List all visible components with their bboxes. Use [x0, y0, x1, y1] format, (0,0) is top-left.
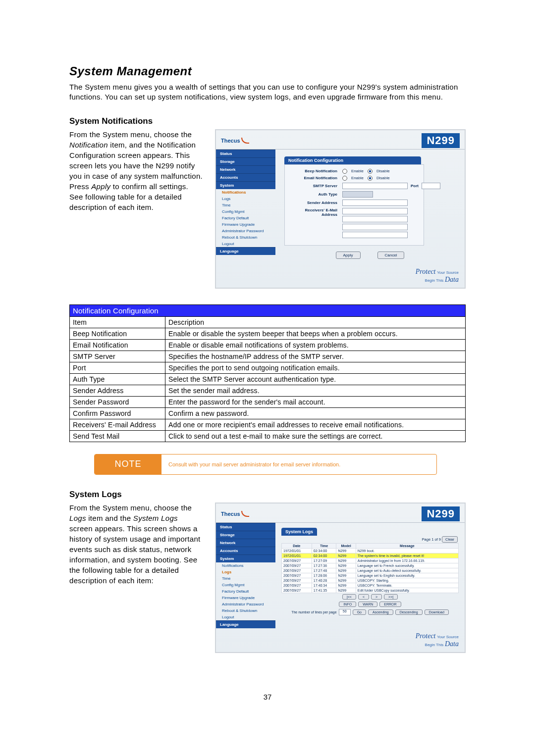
table-row: Auth TypeSelect the SMTP Server account … — [70, 373, 466, 385]
label-receivers: Receivers' E-Mail Address — [290, 208, 339, 217]
sidebar-item-factory-default[interactable]: Factory Default — [216, 588, 275, 595]
label-sender: Sender Address — [290, 201, 339, 205]
sidebar-item-admin-password[interactable]: Administrator Password — [216, 601, 275, 607]
sidebar-item-notifications[interactable]: Notifications — [216, 189, 275, 196]
sidebar-item-notifications[interactable]: Notifications — [216, 562, 275, 569]
filter-info-button[interactable]: INFO — [339, 602, 356, 607]
section-heading-notifications: System Notifications — [69, 116, 466, 126]
sidebar-head-language[interactable]: Language — [216, 620, 275, 628]
descending-button[interactable]: Descending — [395, 609, 423, 615]
model-badge: N299 — [422, 133, 460, 148]
sidebar-head-system[interactable]: System — [216, 181, 275, 189]
sidebar-item-config-mgmt[interactable]: Config Mgmt — [216, 582, 275, 588]
label-auth: Auth Type — [290, 192, 339, 197]
footer-slogan: Protect Your Source Begin This Data — [216, 264, 465, 288]
receiver-input-1[interactable] — [342, 208, 408, 214]
sidebar-item-time[interactable]: Time — [216, 575, 275, 582]
sidebar-item-firmware-upgrade[interactable]: Firmware Upgrade — [216, 595, 275, 601]
next-page-button[interactable]: > — [371, 594, 382, 600]
intro-paragraph: The System menu gives you a wealth of se… — [69, 82, 466, 102]
table-row: PortSpecifies the port to send outgoing … — [70, 362, 466, 373]
table-row: Send Test MailClick to send out a test e… — [70, 430, 466, 442]
notifications-paragraph: From the System menu, choose the Notific… — [69, 129, 203, 212]
logo-swoosh-icon — [241, 138, 249, 144]
brand-logo: Thecus — [221, 138, 249, 144]
note-box: NOTE Consult with your mail server admin… — [94, 454, 437, 475]
sidebar-head-network[interactable]: Network — [216, 165, 275, 173]
prev-page-button[interactable]: < — [358, 594, 369, 600]
th-model: Model — [336, 543, 356, 548]
sidebar-item-logout[interactable]: Logout — [216, 614, 275, 620]
table-row: SMTP ServerSpecifies the hostname/IP add… — [70, 351, 466, 362]
sidebar-item-logout[interactable]: Logout — [216, 241, 275, 247]
filter-warn-button[interactable]: WARN — [358, 602, 377, 607]
log-row: 2007/09/2717:27:36N299Language set to Fr… — [282, 563, 459, 568]
log-row: 2007/09/2717:28:06N299Language set to En… — [282, 573, 459, 578]
smtp-input[interactable] — [342, 183, 408, 189]
th-time: Time — [312, 543, 336, 548]
sidebar-item-admin-password[interactable]: Administrator Password — [216, 228, 275, 234]
receiver-input-4[interactable] — [342, 232, 408, 238]
sidebar-item-reboot-shutdown[interactable]: Reboot & Shutdown — [216, 607, 275, 614]
table-row: Email NotificationEnable or disable emai… — [70, 339, 466, 351]
logs-panel-title: System Logs — [281, 528, 317, 536]
radio-beep-disable[interactable] — [368, 169, 373, 174]
page-number: 37 — [69, 693, 466, 701]
sidebar-head-storage[interactable]: Storage — [216, 531, 275, 539]
sidebar-head-accounts[interactable]: Accounts — [216, 173, 275, 181]
sidebar-head-accounts[interactable]: Accounts — [216, 547, 275, 554]
lines-per-page-input[interactable]: 50 — [339, 609, 351, 615]
radio-email-disable[interactable] — [368, 176, 373, 181]
log-row: 2007/09/2717:27:09N299Administrator logg… — [282, 558, 459, 563]
sidebar-head-language[interactable]: Language — [216, 247, 275, 255]
sender-input[interactable] — [342, 200, 408, 206]
table-row: Beep NotificationEnable or disable the s… — [70, 328, 466, 339]
sidebar-item-factory-default[interactable]: Factory Default — [216, 215, 275, 221]
first-page-button[interactable]: |<< — [342, 594, 356, 600]
port-input[interactable] — [422, 183, 440, 189]
footer-slogan: Protect Your Source Begin This Data — [216, 628, 465, 652]
ascending-button[interactable]: Ascending — [368, 609, 393, 615]
th-desc: Description — [165, 316, 466, 328]
filter-error-button[interactable]: ERROR — [379, 602, 401, 607]
sidebar-item-logs[interactable]: Logs — [216, 569, 275, 575]
sidebar-item-config-mgmt[interactable]: Config Mgmt — [216, 208, 275, 215]
section-heading-logs: System Logs — [69, 490, 466, 500]
go-button[interactable]: Go — [353, 609, 366, 615]
logs-table: Date Time Model Message 1972/01/0102:34:… — [281, 543, 459, 593]
sidebar-head-network[interactable]: Network — [216, 539, 275, 547]
sidebar-head-status[interactable]: Status — [216, 523, 275, 531]
sidebar-head-system[interactable]: System — [216, 554, 275, 562]
apply-button[interactable]: Apply — [336, 252, 361, 259]
receiver-input-3[interactable] — [342, 224, 408, 230]
table-row: Sender PasswordEnter the password for th… — [70, 396, 466, 407]
label-email: Email Notification — [290, 176, 339, 180]
receiver-input-2[interactable] — [342, 216, 408, 222]
logo-swoosh-icon — [241, 511, 249, 517]
sidebar-item-reboot-shutdown[interactable]: Reboot & Shutdown — [216, 234, 275, 241]
table-row: Confirm PasswordConfirm a new password. — [70, 407, 466, 419]
log-row: 2007/09/2717:40:34N299USBCOPY: Terminate… — [282, 583, 459, 588]
sidebar-head-storage[interactable]: Storage — [216, 157, 275, 165]
log-row: 2007/09/2717:41:35N299Edit folder USBCop… — [282, 588, 459, 593]
sidebar-item-time[interactable]: Time — [216, 202, 275, 208]
sidebar: Status Storage Network Accounts System N… — [216, 150, 275, 264]
label-port: Port — [411, 184, 419, 188]
auth-select[interactable] — [342, 191, 373, 198]
model-badge: N299 — [422, 506, 460, 521]
radio-beep-enable[interactable] — [342, 169, 347, 174]
log-row: 2007/09/2717:27:48N299Language set to Au… — [282, 568, 459, 573]
last-page-button[interactable]: >>| — [384, 594, 398, 600]
page-info: Page 1 of 9 — [422, 537, 441, 542]
sidebar-item-logs[interactable]: Logs — [216, 196, 275, 202]
th-date: Date — [282, 543, 312, 548]
sidebar-item-firmware-upgrade[interactable]: Firmware Upgrade — [216, 221, 275, 228]
log-row: 1972/01/0102:34:00N299N299 boot. — [282, 548, 459, 553]
sidebar: Status Storage Network Accounts System N… — [216, 523, 275, 628]
table-title: Notification Configuration — [70, 304, 466, 316]
radio-email-enable[interactable] — [342, 176, 347, 181]
clear-button[interactable]: Clear — [442, 536, 458, 543]
sidebar-head-status[interactable]: Status — [216, 150, 275, 157]
download-button[interactable]: Download — [425, 609, 449, 615]
cancel-button[interactable]: Cancel — [377, 252, 405, 259]
